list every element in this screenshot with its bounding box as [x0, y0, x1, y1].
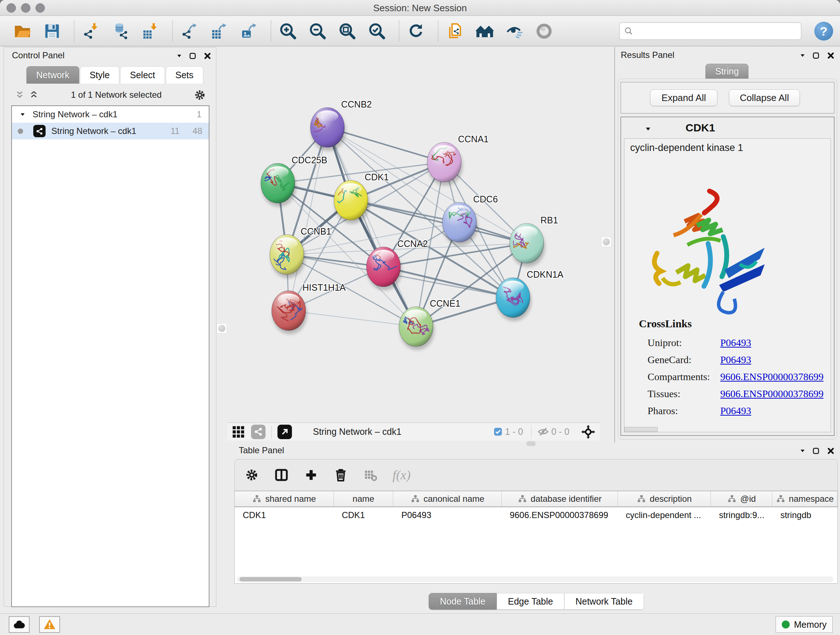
network-canvas[interactable]: CCNB2CCNA1CDC25BCDK1CDC6RB1CCNB1CCNA2CDK… [227, 47, 600, 423]
warnings-button[interactable] [39, 616, 60, 633]
tab-network[interactable]: Network [27, 66, 79, 84]
table-scrollbar-thumb[interactable] [240, 577, 302, 581]
left-splitter[interactable] [216, 47, 227, 440]
create-column-plus-icon[interactable] [304, 468, 318, 482]
float-panel-icon[interactable] [812, 51, 820, 60]
tab-string[interactable]: String [706, 64, 748, 79]
crosslink-link[interactable]: P06493 [720, 354, 752, 366]
tab-select[interactable]: Select [120, 66, 164, 84]
network-row[interactable]: String Network – cdk1 11 48 [12, 123, 209, 139]
zoom-out-button[interactable] [308, 21, 328, 41]
crosslink-link[interactable]: 9606.ENSP00000378699 [720, 371, 823, 383]
column-header-namespace[interactable]: namespace [772, 491, 837, 507]
close-panel-icon[interactable] [827, 447, 835, 455]
import-network-from-database-button[interactable] [111, 21, 131, 41]
left-splitter-handle[interactable] [217, 323, 227, 333]
results-scrollbar[interactable] [624, 427, 658, 432]
tab-style[interactable]: Style [80, 66, 120, 84]
panel-menu-icon[interactable] [800, 53, 805, 58]
network-node-CCNB2[interactable]: CCNB2 [296, 99, 372, 151]
float-panel-icon[interactable] [188, 52, 197, 60]
export-image-button[interactable] [239, 21, 259, 41]
zoom-fit-content-button[interactable] [337, 21, 357, 41]
tab-sets[interactable]: Sets [166, 66, 203, 84]
table-cell[interactable]: stringdb [772, 507, 837, 523]
gene-caret-icon[interactable] [645, 126, 651, 132]
export-network-button[interactable] [180, 21, 200, 41]
zoom-selected-button[interactable] [367, 21, 387, 41]
hidden-eye-slash-icon [537, 426, 549, 438]
column-header-shared-name[interactable]: shared name [235, 491, 334, 507]
save-session-button[interactable] [42, 21, 62, 41]
delete-column-trash-icon[interactable] [333, 467, 348, 483]
fit-selected-target-icon[interactable] [581, 424, 595, 439]
string-view-icon[interactable] [251, 424, 265, 439]
close-panel-icon[interactable] [203, 52, 212, 60]
zoom-in-button[interactable] [278, 21, 298, 41]
right-splitter[interactable] [600, 47, 614, 440]
collapse-all-networks-icon[interactable] [15, 90, 25, 100]
selected-checkbox-icon[interactable] [493, 427, 503, 437]
table-cell[interactable]: CDK1 [334, 507, 393, 523]
table-cell[interactable]: cyclin-dependent ... [618, 507, 711, 523]
table-cell[interactable]: 9606.ENSP00000378699 [502, 507, 618, 523]
network-node-HIST1H1A[interactable]: HIST1H1A [272, 282, 346, 334]
network-node-CDC6[interactable]: CDC6 [442, 194, 498, 246]
network-node-CCNA1[interactable]: CCNA1 [423, 134, 489, 186]
column-header-description[interactable]: description [618, 491, 711, 507]
network-edge-CCNE1-HIST1H1A[interactable] [289, 310, 416, 326]
home-button[interactable] [475, 21, 495, 41]
right-splitter-handle[interactable] [601, 237, 611, 247]
close-panel-icon[interactable] [827, 51, 835, 60]
apply-preferred-layout-icon [407, 22, 425, 40]
table-cell[interactable]: stringdb:9... [711, 507, 772, 523]
collection-caret-icon[interactable] [20, 112, 25, 117]
tab-node-table[interactable]: Node Table [429, 593, 497, 610]
manage-apps-button[interactable] [445, 21, 465, 41]
table-cell[interactable]: P06493 [393, 507, 502, 523]
show-graphics-details-button[interactable] [504, 21, 524, 41]
network-edge-CCNB2-CCNE1[interactable] [327, 127, 416, 326]
control-panel-tabs: NetworkStyleSelectSets [27, 66, 204, 84]
column-header-name[interactable]: name [334, 491, 393, 507]
help-button[interactable]: ? [814, 22, 833, 41]
network-node-CCNE1[interactable]: CCNE1 [399, 298, 461, 350]
apply-preferred-layout-button[interactable] [406, 21, 426, 41]
grid-view-icon[interactable] [232, 425, 245, 439]
open-session-button[interactable] [12, 21, 33, 41]
tab-edge-table[interactable]: Edge Table [497, 593, 564, 610]
crosslink-link[interactable]: P06493 [720, 405, 752, 417]
column-header--id[interactable]: @id [711, 491, 772, 507]
panel-menu-icon[interactable] [177, 53, 182, 59]
crosslink-link[interactable]: P06493 [720, 337, 752, 348]
crosslink-link[interactable]: 9606.ENSP00000378699 [720, 388, 823, 400]
expand-all-button[interactable]: Expand All [650, 89, 717, 106]
tab-network-table[interactable]: Network Table [564, 593, 644, 610]
network-collection-row[interactable]: String Network – cdk1 1 [12, 106, 209, 123]
table-cell[interactable]: CDK1 [235, 507, 334, 523]
float-panel-icon[interactable] [812, 447, 820, 455]
show-columns-icon[interactable] [274, 467, 289, 483]
panel-menu-icon[interactable] [800, 448, 805, 454]
table-row[interactable]: CDK1CDK1P064939606.ENSP00000378699cyclin… [235, 507, 837, 523]
network-node-RB1[interactable]: RB1 [504, 215, 558, 267]
network-edge-CCNA2-CDKN1A[interactable] [384, 267, 513, 298]
search-input[interactable] [633, 24, 801, 38]
import-table-from-file-button[interactable] [141, 21, 161, 41]
memory-button[interactable]: Memory [775, 616, 833, 633]
network-edge-CDK1-RB1[interactable] [351, 200, 527, 243]
birds-eye-view-icon[interactable] [278, 424, 292, 439]
export-table-button[interactable] [209, 21, 229, 41]
network-options-gear-icon[interactable] [194, 89, 206, 101]
import-network-from-file-button[interactable] [81, 21, 101, 41]
table-options-gear-icon[interactable] [245, 468, 259, 482]
network-node-count: 11 [171, 126, 180, 136]
highlight-button[interactable] [534, 21, 554, 41]
column-header-database-identifier[interactable]: database identifier [502, 491, 618, 507]
network-node-CDKN1A[interactable]: CDKN1A [482, 269, 564, 321]
collapse-all-button[interactable]: Collapse All [729, 89, 800, 106]
column-header-canonical-name[interactable]: canonical name [393, 491, 502, 507]
shared-column-icon [252, 494, 262, 504]
cloud-button[interactable] [9, 616, 30, 633]
expand-all-networks-icon[interactable] [29, 90, 39, 100]
